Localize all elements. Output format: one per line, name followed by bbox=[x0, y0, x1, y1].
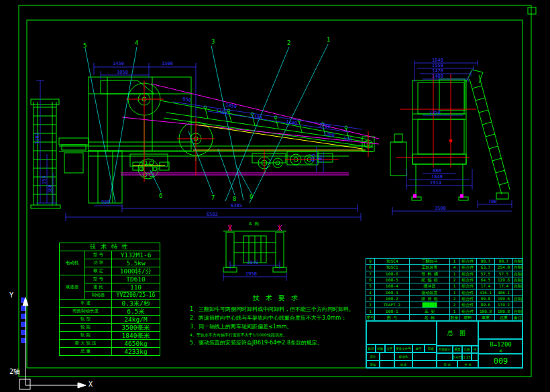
spec-label: 总 重 bbox=[60, 348, 112, 356]
tb-sheet-no: 第 张 bbox=[437, 361, 457, 369]
callout: 7 bbox=[211, 194, 215, 201]
dim-label: 1840 bbox=[247, 260, 258, 265]
dim-label: 1850 bbox=[225, 103, 237, 109]
tb-small-header: 比例 bbox=[462, 346, 472, 353]
title-block: 标记 处数 分区 更改文件号 签字 日期 设计 标准化 审核 批准 总 图 阶段… bbox=[366, 320, 522, 368]
spec-label: 型 号 bbox=[85, 275, 112, 283]
rev-col: 分区 bbox=[385, 344, 394, 352]
end-view-geometry bbox=[390, 70, 510, 200]
spec-group-reducer: 减速器 bbox=[60, 275, 85, 300]
spec-label: 轨 距 bbox=[60, 332, 112, 340]
spec-value: Y132M1-6 bbox=[112, 251, 160, 259]
dim-label: 1350 bbox=[429, 110, 441, 115]
tech-req-item: 4、车轮水平方向轴平行度应不大于1/1000轮距误差。 bbox=[190, 331, 363, 338]
tb-sheet-total: 共 张 bbox=[457, 361, 478, 369]
ucs-x-label: X bbox=[89, 381, 93, 388]
spec-label: 额 定 bbox=[85, 267, 112, 275]
table-row: 9TD5C4三翻卸斗1组合件98.798.7自制 bbox=[366, 259, 523, 265]
spec-title: 技 术 特 性 bbox=[60, 243, 160, 251]
spec-value: 3500毫米 bbox=[112, 324, 160, 332]
tech-requirements: 技 术 要 求 1、三翻卸斗可两侧同时卸料或中间卸料，但不能三个方向同时卸料。 … bbox=[190, 293, 363, 347]
dim-label: 2200 bbox=[319, 123, 331, 129]
parts-list-table: 9TD5C4三翻卸斗1组合件98.798.7自制8TD5C1车轮装置4组合件63… bbox=[366, 258, 523, 321]
ucs-y-label: Y bbox=[9, 291, 13, 299]
sig-label: 标准化 bbox=[394, 352, 412, 361]
table-row: 4D08-3驱动装置1组合件416.1406.1 bbox=[366, 289, 523, 296]
model-sub: ≤ bbox=[499, 348, 502, 352]
model-number: B=1200 bbox=[490, 341, 512, 348]
dim-label: 1840 bbox=[431, 174, 443, 180]
table-row: 7D08-6导 料 槽1组合件57.557.5自制 bbox=[366, 271, 523, 277]
parts-rows-top: 9TD5C4三翻卸斗1组合件98.798.7自制8TD5C1车轮装置4组合件63… bbox=[366, 259, 523, 296]
sig-label: 审核 bbox=[366, 361, 380, 369]
spec-value: 6.5米 bbox=[112, 308, 160, 316]
dim-label: 1302 bbox=[35, 133, 40, 144]
tech-req-title: 技 术 要 求 bbox=[190, 293, 363, 303]
dim-label: 1450 bbox=[113, 61, 124, 66]
spec-label: 轨 型 bbox=[60, 316, 112, 324]
dim-label: 1550 bbox=[432, 63, 443, 68]
spec-label: 功 率 bbox=[85, 259, 112, 267]
spec-group-motor: 电动机 bbox=[60, 251, 85, 275]
main-dimensions bbox=[36, 63, 362, 221]
callout: 5 bbox=[83, 42, 87, 49]
dim-label: 1388 bbox=[323, 131, 335, 138]
tech-req-item: 5、驱动装置的安装应符合JB619-64中2.8条款的规定。 bbox=[190, 338, 363, 347]
table-row: 2TD4F7.2██████2组合件89.6179.2 bbox=[366, 302, 523, 308]
dim-label: 1500 bbox=[162, 61, 173, 66]
rev-col: 处数 bbox=[376, 344, 385, 352]
spec-label: 最 大 轮 压 bbox=[60, 340, 112, 348]
tb-weight: 0.475 bbox=[453, 353, 462, 361]
spec-value: 4650kg bbox=[112, 340, 160, 348]
tb-small-header: 张 bbox=[472, 346, 478, 353]
spec-value: TD610 bbox=[112, 275, 160, 283]
tech-req-item: 1、三翻卸斗可两侧同时卸料或中间卸料，但不能三个方向同时卸料。 bbox=[190, 305, 363, 314]
dim-label: 980 bbox=[101, 200, 110, 205]
dim-label: 850 bbox=[182, 96, 192, 103]
spec-value: 1000转/分 bbox=[112, 267, 160, 275]
parts-rows-bottom: 2TD4F7.2██████2组合件89.6179.21D08-1车 架1组合件… bbox=[366, 302, 523, 321]
bogie-view-geometry bbox=[223, 231, 286, 272]
spec-value: 24kg/M bbox=[112, 316, 160, 324]
callout: 1 bbox=[327, 36, 330, 43]
spec-label: 轮 距 bbox=[60, 324, 112, 332]
dim-label: 700 bbox=[488, 199, 497, 204]
view-a-label: A 向 bbox=[249, 221, 259, 226]
table-row: 8TD5C1车轮装置4组合件63.7254.8自制 bbox=[366, 265, 523, 271]
table-row: 6D08-5托 辊 组2组合件64.5129.6自制 bbox=[366, 277, 523, 283]
dim-label: 1950 bbox=[245, 271, 257, 277]
sig-label: 批准 bbox=[394, 361, 412, 369]
rev-col: 标记 bbox=[366, 344, 376, 352]
drawing-title: 总 图 bbox=[437, 321, 478, 346]
dim-label: 1640 bbox=[432, 58, 443, 63]
dim-label: 6385 bbox=[231, 203, 242, 208]
rev-col: 更改文件号 bbox=[394, 344, 412, 352]
corner-marker bbox=[528, 7, 536, 14]
table-row: 1D08-1车 架1组合件180.8180.8自制 bbox=[366, 308, 523, 314]
callout: 8 bbox=[233, 196, 236, 202]
callout: 3 bbox=[211, 38, 215, 45]
sig-label: 设计 bbox=[366, 352, 380, 361]
spec-label: 车 速 bbox=[60, 300, 112, 308]
spec-value: 4233kg bbox=[112, 348, 160, 356]
dim-label: 500 bbox=[343, 136, 353, 143]
rev-col: 签字 bbox=[412, 344, 425, 352]
callout: 2 bbox=[287, 40, 290, 46]
spec-value: 1840毫米 bbox=[112, 332, 160, 340]
tb-scale: 1:25 bbox=[462, 353, 472, 361]
dim-label: 1400 bbox=[432, 74, 443, 79]
dim-label: 1470 bbox=[432, 68, 443, 74]
table-row: 3D08-2滚 筒 组2组合件99.8199.6自制 bbox=[366, 296, 523, 302]
cad-canvas: { "ui": { "ucs_y": "Y", "ucs_x": "X", "c… bbox=[0, 0, 550, 392]
parts-row-3: 3D08-2滚 筒 组2组合件99.8199.6自制 bbox=[366, 296, 523, 302]
tech-req-item: 3、同一轴线上的两车轮间距偏差≤1mm。 bbox=[190, 322, 363, 331]
callout: 6 bbox=[159, 192, 162, 199]
callout: 4 bbox=[135, 40, 138, 46]
dim-label: 1100 bbox=[286, 119, 298, 126]
spec-label: 速 比 bbox=[85, 283, 112, 291]
tech-req-item: 2、两滚筒横向中心线与车架轨向中心线重合度应不大于3.0mm； bbox=[190, 314, 363, 322]
tb-small-header: 阶段标记 bbox=[437, 346, 453, 353]
dim-label: 880 bbox=[433, 168, 441, 174]
dim-label: 3500 bbox=[435, 206, 446, 211]
spec-value: 110 bbox=[112, 283, 160, 291]
